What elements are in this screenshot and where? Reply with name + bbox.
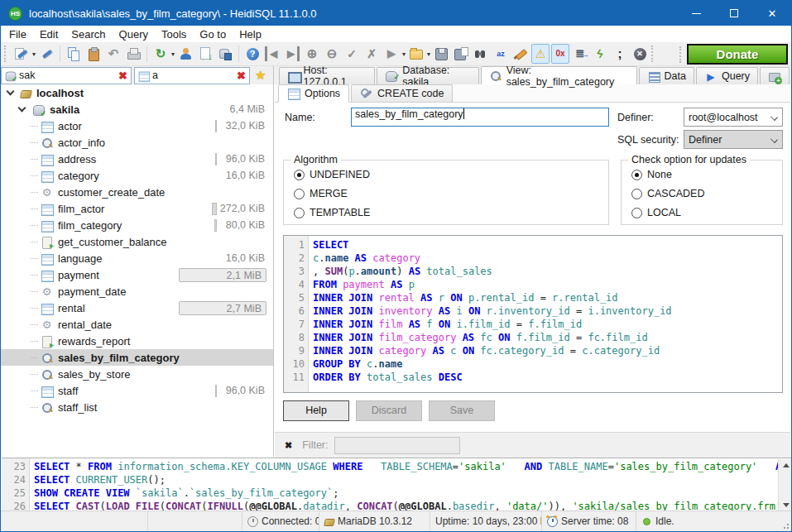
token: TABLE_NAME <box>548 461 607 472</box>
refresh-button[interactable]: ↻ <box>151 44 170 64</box>
tree-item-sales_by_film_category[interactable]: sales_by_film_category <box>1 349 273 366</box>
subtab-options[interactable]: Options <box>278 84 349 103</box>
maximize-button[interactable] <box>715 1 753 26</box>
menu-file[interactable]: File <box>2 26 33 42</box>
tree-item-staff[interactable]: staff96,0 KiB <box>1 382 273 399</box>
reconnect-button[interactable]: ϟ <box>591 44 609 64</box>
replace-text-button[interactable]: az <box>492 44 510 64</box>
scroll-up-icon[interactable] <box>783 463 790 467</box>
tree-item-rewards_report[interactable]: rewards_report <box>1 333 273 349</box>
tree-item-customer_create_date[interactable]: ⚙customer_create_date <box>1 184 273 200</box>
delete-record-button[interactable]: ⊖ <box>323 44 341 64</box>
tab-view-sales-by-film-category[interactable]: View: sales_by_film_category <box>481 66 637 84</box>
save-sql-button[interactable] <box>432 44 450 64</box>
donate-button[interactable]: Donate <box>687 44 788 65</box>
stop-button[interactable]: ✕ <box>631 44 649 64</box>
post-changes-button[interactable]: ✓ <box>343 44 361 64</box>
copy-button[interactable] <box>65 44 83 64</box>
insert-record-button[interactable]: ⊕ <box>303 44 321 64</box>
dropdown-arrow-icon[interactable]: ▾ <box>427 50 430 58</box>
tree-item-sales_by_store[interactable]: sales_by_store <box>1 366 273 382</box>
find-text-button[interactable] <box>472 44 490 64</box>
menu-search[interactable]: Search <box>65 26 112 42</box>
help-button[interactable]: ? <box>243 44 262 64</box>
session-manager-button[interactable] <box>12 44 31 64</box>
disconnect-button[interactable] <box>37 44 55 64</box>
tree-item-staff_list[interactable]: staff_list <box>1 399 273 415</box>
export-button[interactable] <box>196 44 214 64</box>
save-sql-as-button[interactable] <box>452 44 470 64</box>
tree-item-sakila[interactable]: sakila6,4 MiB <box>1 101 273 117</box>
help-button[interactable]: Help <box>283 400 349 421</box>
tree-item-address[interactable]: address96,0 KiB <box>1 151 273 167</box>
print-button[interactable] <box>124 44 142 64</box>
clear-table-filter-icon[interactable]: ✖ <box>236 69 247 82</box>
radio-check-none[interactable]: None <box>631 169 672 180</box>
query-warnings-toggle[interactable]: ⚠ <box>531 44 550 64</box>
menu-go-to[interactable]: Go to <box>193 26 233 42</box>
favorites-star-icon[interactable]: ★ <box>255 68 266 83</box>
tree-item-language[interactable]: language16,0 KiB <box>1 250 273 266</box>
menu-help[interactable]: Help <box>233 26 268 42</box>
first-record-button[interactable]: ◀ <box>263 44 281 64</box>
last-record-button[interactable]: ▶ <box>283 44 301 64</box>
database-save-button[interactable] <box>216 44 234 64</box>
dropdown-arrow-icon[interactable]: ▾ <box>171 50 175 58</box>
minimize-button[interactable] <box>677 1 715 26</box>
radio-algorithm-temptable[interactable]: TEMPTABLE <box>294 207 370 218</box>
tree-item-localhost[interactable]: localhost <box>1 84 273 101</box>
definer-combobox[interactable]: root@localhost <box>684 108 783 127</box>
view-name-input[interactable]: sales_by_film_category <box>351 108 609 127</box>
tree-item-film_actor[interactable]: film_actor272,0 KiB <box>1 200 273 217</box>
code-line: SELECT * FROM information_schema.KEY_COL… <box>34 460 792 473</box>
view-select-code-editor[interactable]: 1234567891011 SELECTc.name AS category, … <box>283 235 783 393</box>
menu-query[interactable]: Query <box>113 26 155 42</box>
user-manager-button[interactable] <box>176 44 194 64</box>
sql-security-combobox[interactable]: Definer <box>684 130 783 149</box>
database-filter-input[interactable]: sak ✖ <box>1 67 132 84</box>
radio-check-cascaded[interactable]: CASCADED <box>631 188 704 199</box>
menu-edit[interactable]: Edit <box>33 26 65 42</box>
dropdown-arrow-icon[interactable]: ▾ <box>402 50 406 58</box>
resize-grip[interactable] <box>781 521 790 530</box>
tree-item-get_customer_balance[interactable]: get_customer_balance <box>1 233 273 250</box>
tree-item-rental[interactable]: rental2,7 MiB <box>1 300 273 316</box>
radio-algorithm-undefined[interactable]: UNDEFINED <box>294 169 370 180</box>
menu-tools[interactable]: Tools <box>155 26 193 42</box>
close-filter-icon[interactable]: ✖ <box>275 440 302 451</box>
tab-host-127-0-0-1[interactable]: Host: 127.0.0.1 <box>279 67 375 84</box>
undo-button[interactable]: ↶ <box>104 44 122 64</box>
cancel-editing-button[interactable]: ✗ <box>362 44 381 64</box>
subtab-create-code[interactable]: CREATE code <box>351 84 453 102</box>
log-scrollbar[interactable] <box>778 459 792 511</box>
delimiter-button[interactable]: ; <box>611 44 629 64</box>
tree-item-actor[interactable]: actor32,0 KiB <box>1 117 273 134</box>
tab-database-sakila[interactable]: Database: sakila <box>377 67 478 84</box>
scroll-down-icon[interactable] <box>783 503 790 507</box>
tab-query[interactable]: ▶Query <box>696 67 758 84</box>
run-query-button[interactable]: ▶ <box>382 44 401 64</box>
bind-parameters-button[interactable]: ≣ <box>571 44 589 64</box>
view-icon <box>489 69 502 83</box>
expand-arrow-icon[interactable] <box>7 88 15 96</box>
hex-view-toggle[interactable]: 0x <box>551 44 569 64</box>
tree-item-payment[interactable]: payment2,1 MiB <box>1 266 273 283</box>
tree-item-payment_date[interactable]: ⚙payment_date <box>1 283 273 300</box>
tab-data[interactable]: Data <box>639 67 694 84</box>
reformat-sql-button[interactable] <box>511 44 530 64</box>
tab-new-tab[interactable] <box>760 67 790 84</box>
table-filter-input[interactable]: a ✖ <box>134 67 250 84</box>
tree-item-rental_date[interactable]: ⚙rental_date <box>1 316 273 333</box>
radio-check-local[interactable]: LOCAL <box>631 207 681 218</box>
filter-input[interactable] <box>334 437 460 454</box>
load-sql-file-button[interactable] <box>407 44 425 64</box>
expand-arrow-icon[interactable] <box>18 104 26 113</box>
tree-item-film_category[interactable]: film_category80,0 KiB <box>1 217 273 233</box>
dropdown-arrow-icon[interactable]: ▾ <box>32 50 36 58</box>
tree-item-actor_info[interactable]: actor_info <box>1 134 273 151</box>
paste-button[interactable] <box>84 44 103 64</box>
radio-algorithm-merge[interactable]: MERGE <box>294 188 348 199</box>
clear-database-filter-icon[interactable]: ✖ <box>118 69 128 82</box>
tree-item-category[interactable]: category16,0 KiB <box>1 167 273 184</box>
close-button[interactable]: ✕ <box>753 1 791 26</box>
